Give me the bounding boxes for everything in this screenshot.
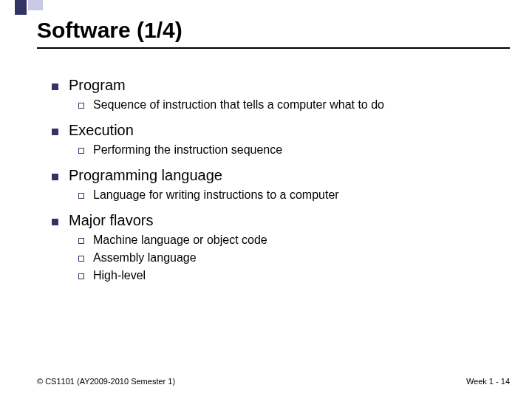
bullet-level1: Execution	[52, 122, 502, 139]
bullet-text: Sequence of instruction that tells a com…	[93, 98, 384, 112]
bullet-text: Programming language	[69, 167, 222, 184]
bullet-text: Program	[69, 77, 126, 94]
bullet-text: Assembly language	[93, 251, 197, 265]
filled-square-bullet-icon	[52, 83, 58, 90]
hollow-square-bullet-icon	[78, 238, 84, 244]
bullet-level2: Machine language or object code	[78, 233, 502, 247]
bullet-text: Language for writing instructions to a c…	[93, 188, 339, 202]
hollow-square-bullet-icon	[78, 103, 84, 109]
bullet-level1: Major flavors	[52, 212, 502, 229]
bullet-level2: Sequence of instruction that tells a com…	[78, 98, 502, 112]
filled-square-bullet-icon	[52, 174, 58, 180]
title-underline	[37, 47, 510, 49]
bullet-level2: Language for writing instructions to a c…	[78, 188, 502, 202]
footer-right: Week 1 - 14	[466, 377, 510, 386]
bullet-level2: High-level	[78, 269, 502, 282]
bullet-text: High-level	[93, 269, 146, 282]
slide-corner-decoration	[15, 0, 43, 15]
bullet-text: Performing the instruction sequence	[93, 143, 282, 157]
bullet-text: Execution	[69, 122, 134, 139]
slide-title: Software (1/4)	[37, 18, 510, 46]
bullet-text: Major flavors	[69, 212, 153, 229]
bullet-level2: Assembly language	[78, 251, 502, 265]
bullet-level1: Program	[52, 77, 502, 94]
hollow-square-bullet-icon	[78, 148, 84, 154]
hollow-square-bullet-icon	[78, 193, 84, 199]
bullet-level1: Programming language	[52, 167, 502, 184]
footer-left: © CS1101 (AY2009-2010 Semester 1)	[37, 377, 175, 386]
bullet-text: Machine language or object code	[93, 233, 267, 247]
slide-footer: © CS1101 (AY2009-2010 Semester 1) Week 1…	[37, 377, 510, 386]
hollow-square-bullet-icon	[78, 256, 84, 262]
filled-square-bullet-icon	[52, 219, 58, 225]
filled-square-bullet-icon	[52, 129, 58, 135]
slide-body: Program Sequence of instruction that tel…	[52, 66, 502, 285]
title-block: Software (1/4)	[37, 18, 510, 49]
bullet-level2: Performing the instruction sequence	[78, 143, 502, 157]
hollow-square-bullet-icon	[78, 273, 84, 279]
